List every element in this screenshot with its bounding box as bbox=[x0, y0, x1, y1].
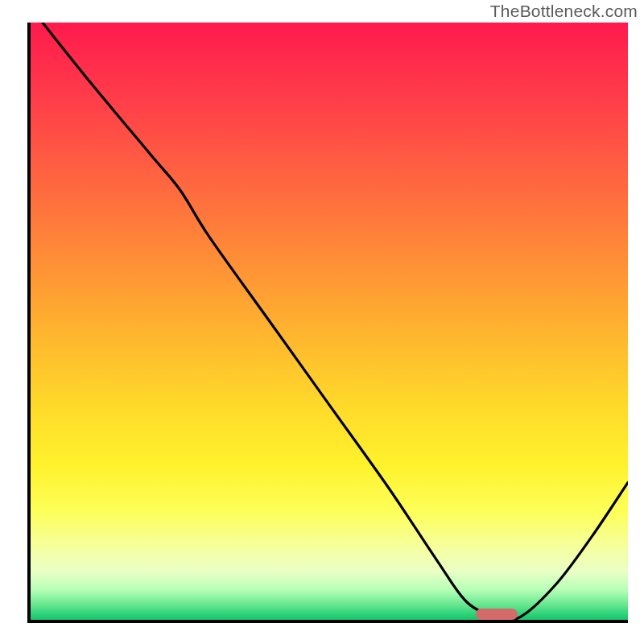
bottleneck-chart: TheBottleneck.com bbox=[0, 0, 644, 644]
plot-area bbox=[27, 23, 628, 623]
optimum-marker bbox=[476, 609, 518, 620]
watermark-text: TheBottleneck.com bbox=[490, 2, 638, 21]
bottleneck-curve bbox=[31, 23, 628, 620]
